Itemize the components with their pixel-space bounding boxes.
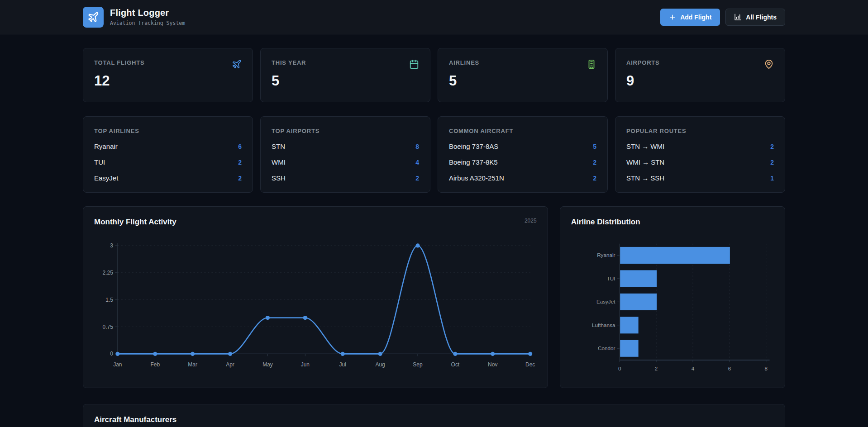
stats-row: TOTAL FLIGHTS 12 THIS YEAR 5 AIRLINES [83,48,785,102]
airline-distribution-bar-chart: 02468RyanairTUIEasyJetLufthansaCondor [571,238,774,377]
list-title: POPULAR ROUTES [626,128,774,134]
add-flight-button[interactable]: Add Flight [660,9,720,26]
list-item-label: SSH [272,174,286,182]
plus-icon [669,14,676,21]
list-item-label: Airbus A320-251N [449,174,504,182]
app-header: Flight Logger Aviation Tracking System A… [0,0,868,34]
section-title: Aircraft Manufacturers [94,415,774,424]
stat-value: 5 [449,73,596,89]
stat-value: 12 [94,73,242,89]
summary-lists-row: TOP AIRLINES Ryanair 6 TUI 2 EasyJet 2 T… [83,116,785,193]
plane-icon [87,11,99,23]
list-item-count: 2 [593,175,596,182]
svg-text:2.25: 2.25 [103,270,114,276]
list-item-label: TUI [94,158,105,166]
popular-routes-card: POPULAR ROUTES STN → WMI 2 WMI → STN 2 S… [615,116,785,193]
list-item: EasyJet 2 [94,174,242,182]
top-airlines-card: TOP AIRLINES Ryanair 6 TUI 2 EasyJet 2 [83,116,253,193]
list-item: STN 8 [272,142,419,150]
svg-text:3: 3 [110,242,113,249]
charts-row: Monthly Flight Activity 2025 00.751.52.2… [83,206,785,388]
calendar-icon [409,59,419,69]
svg-text:Lufthansa: Lufthansa [592,322,615,328]
stat-label: THIS YEAR [272,59,306,66]
stat-value: 9 [626,73,774,89]
list-item: Boeing 737-8AS 5 [449,142,596,150]
svg-text:Aug: Aug [375,361,385,368]
bar-chart-icon [734,13,742,21]
svg-text:Ryanair: Ryanair [597,252,615,258]
list-item-label: WMI [272,158,286,166]
chart-title: Airline Distribution [571,218,640,227]
list-item-count: 2 [770,159,774,166]
stat-label: AIRPORTS [626,59,660,66]
list-title: TOP AIRLINES [94,128,242,134]
list-item-count: 2 [770,143,774,150]
stat-value: 5 [272,73,419,89]
list-title: COMMON AIRCRAFT [449,128,596,134]
common-aircraft-card: COMMON AIRCRAFT Boeing 737-8AS 5 Boeing … [438,116,608,193]
list-item: Boeing 737-8K5 2 [449,158,596,166]
list-item-label: EasyJet [94,174,118,182]
building-icon [587,59,596,69]
list-item-label: STN [272,142,285,150]
stat-card-this-year: THIS YEAR 5 [260,48,430,102]
map-pin-icon [764,59,774,69]
svg-text:TUI: TUI [606,275,615,281]
list-item: WMI → STN 2 [626,158,774,166]
app-logo [83,7,104,28]
svg-text:Nov: Nov [488,361,497,368]
svg-text:Jan: Jan [113,361,122,368]
chart-title: Monthly Flight Activity [94,218,176,227]
svg-text:6: 6 [728,365,731,371]
list-item-count: 2 [415,175,419,182]
year-badge: 2025 [525,218,537,224]
list-item: SSH 2 [272,174,419,182]
plane-icon [232,59,242,69]
list-item: STN → SSH 1 [626,174,774,182]
svg-text:Apr: Apr [226,361,234,368]
list-item: Ryanair 6 [94,142,242,150]
svg-text:Feb: Feb [150,361,160,368]
brand: Flight Logger Aviation Tracking System [83,7,185,28]
stat-card-airlines: AIRLINES 5 [438,48,608,102]
list-item-count: 2 [238,175,242,182]
list-item-label: STN → SSH [626,174,664,182]
list-item-count: 4 [415,159,419,166]
stat-card-total-flights: TOTAL FLIGHTS 12 [83,48,253,102]
list-item-label: Boeing 737-8K5 [449,158,498,166]
svg-text:Dec: Dec [525,361,535,368]
all-flights-button[interactable]: All Flights [725,9,785,26]
page-subtitle: Aviation Tracking System [110,20,185,26]
airline-distribution-card: Airline Distribution 02468RyanairTUIEasy… [560,206,785,388]
svg-text:Oct: Oct [451,361,460,368]
list-item-count: 2 [593,159,596,166]
svg-text:0: 0 [618,365,621,371]
all-flights-label: All Flights [746,14,777,21]
list-title: TOP AIRPORTS [272,128,419,134]
svg-text:8: 8 [764,365,768,371]
list-item: TUI 2 [94,158,242,166]
list-item-count: 8 [415,143,419,150]
list-item: WMI 4 [272,158,419,166]
top-airports-card: TOP AIRPORTS STN 8 WMI 4 SSH 2 [260,116,430,193]
svg-text:4: 4 [691,365,694,371]
svg-text:Jun: Jun [301,361,310,368]
stat-label: AIRLINES [449,59,479,66]
svg-text:Sep: Sep [413,361,423,368]
add-flight-label: Add Flight [680,14,711,21]
svg-text:0: 0 [110,351,113,357]
list-item: STN → WMI 2 [626,142,774,150]
page-title: Flight Logger [110,8,185,18]
svg-text:0.75: 0.75 [103,324,114,330]
list-item-label: Boeing 737-8AS [449,142,498,150]
list-item-count: 6 [238,143,242,150]
svg-text:Condor: Condor [598,345,615,351]
svg-text:Mar: Mar [188,361,197,368]
list-item-label: WMI → STN [626,158,664,166]
list-item-count: 2 [238,159,242,166]
monthly-activity-line-chart: 00.751.52.253JanFebMarAprMayJunJulAugSep… [94,238,537,374]
aircraft-manufacturers-card: Aircraft Manufacturers [83,404,785,427]
stat-card-airports: AIRPORTS 9 [615,48,785,102]
list-item-count: 1 [770,175,774,182]
